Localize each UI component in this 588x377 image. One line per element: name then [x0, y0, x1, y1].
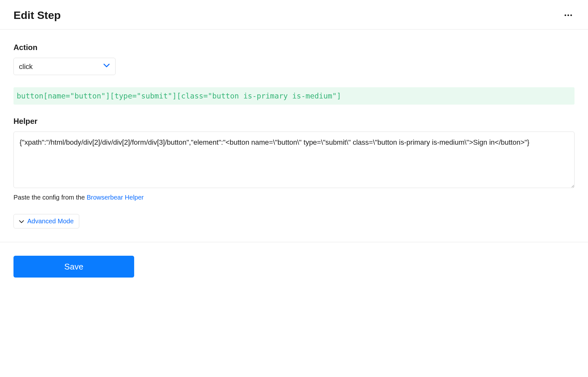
more-options-icon[interactable]: [562, 12, 575, 19]
helper-label: Helper: [13, 117, 575, 126]
advanced-mode-label: Advanced Mode: [27, 218, 74, 225]
helper-hint-prefix: Paste the config from the: [13, 194, 87, 201]
footer: Save: [0, 242, 588, 291]
chevron-down-icon: [19, 218, 24, 225]
advanced-mode-button[interactable]: Advanced Mode: [13, 214, 79, 228]
helper-hint: Paste the config from the Browserbear He…: [13, 194, 575, 201]
browserbear-helper-link[interactable]: Browserbear Helper: [87, 194, 144, 201]
save-button[interactable]: Save: [13, 256, 134, 278]
header: Edit Step: [0, 0, 588, 30]
action-label: Action: [13, 43, 575, 52]
helper-textarea[interactable]: [13, 132, 575, 188]
edit-step-container: Edit Step Action click button[name="butt…: [0, 0, 588, 291]
selector-display: button[name="button"][type="submit"][cla…: [13, 87, 575, 105]
action-select[interactable]: click: [13, 58, 116, 75]
content-area: Action click button[name="button"][type=…: [0, 30, 588, 228]
page-title: Edit Step: [13, 9, 61, 21]
action-select-wrapper: click: [13, 58, 116, 75]
